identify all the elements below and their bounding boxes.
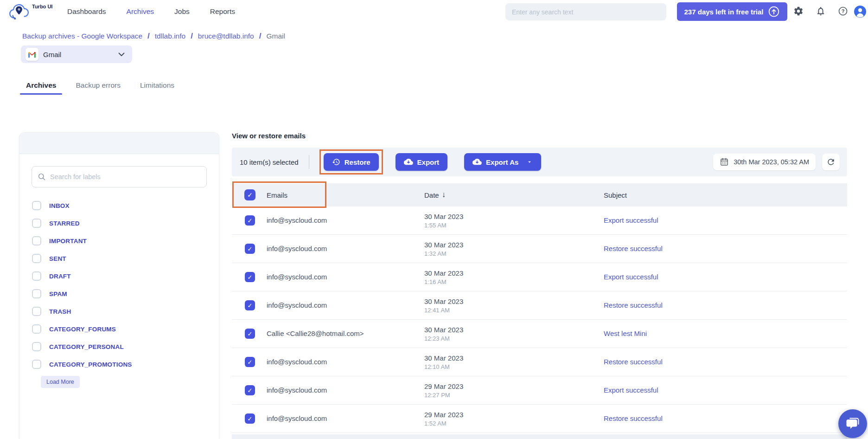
row-email: Callie <Callie28@hotmail.com> <box>267 329 364 337</box>
label-name: TRASH <box>49 308 71 315</box>
nav-item-dashboards[interactable]: Dashboards <box>67 7 106 16</box>
settings-button[interactable] <box>793 6 804 17</box>
row-date: 29 Mar 2023 <box>424 382 604 390</box>
row-subject-link[interactable]: Restore successful <box>604 414 663 422</box>
label-checkbox[interactable] <box>32 360 41 369</box>
snapshot-datetime-picker[interactable]: 30th Mar 2023, 05:32 AM <box>713 154 816 170</box>
row-time: 12:10 AM <box>424 363 604 370</box>
breadcrumb-backup-archives[interactable]: Backup archives - Google Workspace <box>22 32 142 40</box>
label-name: CATEGORY_PERSONAL <box>49 343 124 350</box>
row-date: 30 Mar 2023 <box>424 213 604 220</box>
row-subject-link[interactable]: Export successful <box>604 216 658 224</box>
column-header-date[interactable]: Date ↓ <box>424 190 604 200</box>
restore-button[interactable]: Restore <box>324 153 379 171</box>
label-search[interactable] <box>32 166 207 187</box>
row-checkbox[interactable]: ✓ <box>245 357 255 367</box>
export-as-button[interactable]: Export As <box>464 153 541 171</box>
row-subject-link[interactable]: West lest Mini <box>604 329 647 337</box>
row-email: info@syscloud.com <box>267 358 327 366</box>
row-checkbox[interactable]: ✓ <box>245 300 255 310</box>
row-subject-link[interactable]: Restore successful <box>604 358 663 366</box>
label-filter-item[interactable]: CATEGORY_PERSONAL <box>19 338 219 355</box>
chevron-down-icon <box>118 52 125 57</box>
label-filter-item[interactable]: DRAFT <box>19 267 219 285</box>
free-trial-button[interactable]: 237 days left in free trial <box>677 2 787 21</box>
table-row[interactable]: ✓ Callie <Callie28@hotmail.com> 30 Mar 2… <box>232 320 847 348</box>
label-name: SENT <box>49 255 66 262</box>
load-more-button[interactable]: Load More <box>41 376 80 388</box>
table-row[interactable]: ✓ info@syscloud.com 29 Mar 2023 1:52 AM … <box>232 405 847 433</box>
export-button[interactable]: Export <box>396 153 448 171</box>
cloud-logo-icon <box>7 17 31 25</box>
table-row[interactable]: ✓ info@syscloud.com 30 Mar 2023 1:55 AM … <box>232 207 847 235</box>
breadcrumb-user[interactable]: bruce@tdllab.info <box>198 32 254 40</box>
row-time: 1:32 AM <box>424 250 604 257</box>
label-checkbox[interactable] <box>32 201 41 210</box>
label-filter-item[interactable]: SPAM <box>19 285 219 303</box>
row-checkbox[interactable]: ✓ <box>245 244 255 254</box>
refresh-button[interactable] <box>822 154 840 170</box>
label-checkbox[interactable] <box>32 342 41 351</box>
tab-backup-errors[interactable]: Backup errors <box>70 77 126 94</box>
breadcrumb-separator: / <box>259 32 262 41</box>
service-selector-dropdown[interactable]: Gmail <box>21 45 132 63</box>
label-checkbox[interactable] <box>32 324 41 334</box>
cloud-download-icon <box>472 159 482 166</box>
global-search-input[interactable] <box>512 8 660 16</box>
label-checkbox[interactable] <box>32 254 41 263</box>
row-subject-link[interactable]: Restore successful <box>604 301 663 309</box>
tab-archives[interactable]: Archives <box>20 77 62 94</box>
app-logo[interactable]: Turbo UI <box>7 1 57 23</box>
label-filter-item[interactable]: INBOX <box>19 197 219 214</box>
nav-item-jobs[interactable]: Jobs <box>174 7 190 16</box>
label-filter-item[interactable]: SENT <box>19 250 219 267</box>
table-row[interactable]: ✓ info@syscloud.com 30 Mar 2023 1:32 AM … <box>232 235 847 263</box>
row-checkbox[interactable]: ✓ <box>245 413 255 424</box>
global-search[interactable] <box>505 3 666 20</box>
row-subject-link[interactable]: Restore successful <box>604 245 663 252</box>
nav-item-archives[interactable]: Archives <box>127 7 154 16</box>
row-checkbox[interactable]: ✓ <box>245 272 255 282</box>
row-date: 29 Mar 2023 <box>424 411 604 419</box>
row-checkbox[interactable]: ✓ <box>245 329 255 339</box>
help-button[interactable]: ? <box>837 6 849 17</box>
restore-label: Restore <box>345 158 370 166</box>
label-filter-item[interactable]: IMPORTANT <box>19 232 219 250</box>
label-filter-item[interactable]: CATEGORY_PROMOTIONS <box>19 355 219 373</box>
table-row[interactable]: ✓ info@syscloud.com 30 Mar 2023 12:10 AM… <box>232 348 847 376</box>
label-checkbox[interactable] <box>32 289 41 298</box>
user-avatar[interactable] <box>854 6 866 18</box>
trial-days-label: 237 days left in free trial <box>684 8 764 16</box>
label-filter-item[interactable]: STARRED <box>19 214 219 232</box>
service-selector-value: Gmail <box>43 51 61 58</box>
export-as-label: Export As <box>486 158 518 166</box>
table-row[interactable]: ✓ info@syscloud.com 30 Mar 2023 12:41 AM… <box>232 291 847 320</box>
main-nav: Dashboards Archives Jobs Reports <box>67 0 235 23</box>
notifications-button[interactable] <box>815 6 826 17</box>
label-checkbox[interactable] <box>32 236 41 245</box>
label-checkbox[interactable] <box>32 307 41 316</box>
label-name: IMPORTANT <box>49 238 87 245</box>
select-all-checkbox[interactable]: ✓ <box>244 189 255 200</box>
tab-limitations[interactable]: Limitations <box>134 77 180 94</box>
chat-widget-button[interactable] <box>838 409 867 438</box>
label-search-input[interactable] <box>50 173 201 181</box>
row-subject-link[interactable]: Export successful <box>604 273 658 281</box>
row-checkbox[interactable]: ✓ <box>245 385 255 395</box>
table-row[interactable]: ✓ info@syscloud.com 30 Mar 2023 1:16 AM … <box>232 263 847 291</box>
label-checkbox[interactable] <box>32 219 41 228</box>
label-checkbox[interactable] <box>32 271 41 281</box>
table-row[interactable]: ✓ info@syscloud.com 29 Mar 2023 12:27 PM… <box>232 376 847 405</box>
row-subject-link[interactable]: Export successful <box>604 386 658 394</box>
label-name: DRAFT <box>49 273 71 280</box>
check-icon: ✓ <box>248 302 253 309</box>
row-checkbox[interactable]: ✓ <box>245 215 255 226</box>
row-email: info@syscloud.com <box>267 216 327 224</box>
row-time: 12:27 PM <box>424 392 604 399</box>
label-filter-list: INBOX STARRED IMPORTANT SENT DRAFT SPAM … <box>19 197 219 373</box>
label-filter-item[interactable]: TRASH <box>19 303 219 320</box>
breadcrumb-domain[interactable]: tdllab.info <box>155 32 185 40</box>
tab-bar: Archives Backup errors Limitations <box>20 77 188 94</box>
nav-item-reports[interactable]: Reports <box>210 7 235 16</box>
label-filter-item[interactable]: CATEGORY_FORUMS <box>19 320 219 338</box>
